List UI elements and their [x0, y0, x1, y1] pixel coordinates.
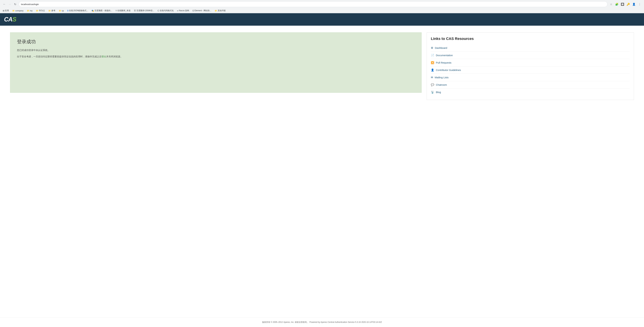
toolbar-icons: ☆ 🧩 🔲 🔑 👤 ⋮ — [609, 2, 642, 6]
success-title: 登录成功 — [17, 38, 415, 45]
bookmark-code-format-label: 在线代码格式化 — [160, 9, 174, 12]
success-line2-after: 并关闭浏览器。 — [106, 55, 123, 58]
bookmark-baidu-map[interactable]: 🎭 百度脑图 - 便捷的... — [90, 9, 114, 12]
extensions-icon[interactable]: 🧩 — [614, 2, 619, 6]
cas-app: CAS 登录成功 您已经成功登录中央认证系统。 出于安全考虑，一旦您访问过那些需… — [0, 13, 644, 327]
cas-logo: CAS — [4, 16, 16, 23]
folder-icon: 📁 — [215, 9, 217, 12]
contributor-link[interactable]: Contributor Guidelines — [436, 69, 461, 71]
list-item-blog: 📡 Blog — [431, 88, 630, 96]
link-icon: Y — [116, 9, 117, 12]
cas-footer: 版权所有 © 2005–2012 Apereo, Inc. 保留全部权利。 Po… — [0, 317, 644, 327]
list-item-dashboard: ⚙ Dashboard — [431, 44, 630, 52]
bookmark-youdao[interactable]: Y 在线翻译_有道 — [114, 9, 132, 12]
link-icon: E — [192, 9, 194, 12]
document-icon: 📄 — [431, 54, 434, 57]
address-bar[interactable] — [21, 3, 605, 5]
links-sidebar: Links to CAS Resources ⚙ Dashboard 📄 Doc… — [427, 32, 634, 100]
bookmark-huawei[interactable]: 📁 华为云 — [34, 9, 46, 12]
folder-icon: 📁 — [59, 9, 61, 12]
bookmark-code-format[interactable]: C 在线代码格式化 — [156, 9, 175, 12]
bookmark-company-label: company — [15, 9, 24, 12]
bookmark-my-label: my — [30, 9, 32, 12]
bookmark-baidu-trans-label: 百度翻译-200种语... — [136, 9, 154, 12]
list-item-pull-requests: 🔀 Pull Requests — [431, 59, 630, 66]
chat-icon: 💬 — [431, 83, 434, 86]
bookmark-element[interactable]: E Element - 网站快... — [191, 9, 213, 12]
link-icon: C — [158, 9, 159, 12]
link-icon: 🎭 — [92, 9, 94, 12]
success-line1: 您已经成功登录中央认证系统。 — [17, 48, 415, 52]
bookmark-baidu-map-label: 百度脑图 - 便捷的... — [94, 9, 112, 12]
links-list: ⚙ Dashboard 📄 Documentation 🔀 Pull Reque… — [431, 44, 630, 96]
bookmark-company[interactable]: 📁 company — [11, 9, 25, 12]
link-icon: 百 — [134, 9, 136, 12]
list-item-chatroom: 💬 Chatroom — [431, 81, 630, 88]
profile-icon[interactable]: 🔲 — [620, 2, 625, 6]
list-item-mailing: ✉ Mailing Lists — [431, 74, 630, 81]
reload-button[interactable]: ↻ — [13, 2, 18, 6]
key-icon[interactable]: 🔑 — [626, 2, 630, 6]
menu-icon[interactable]: ⋮ — [637, 2, 642, 6]
bookmark-other-label: 其他书签 — [218, 9, 226, 12]
success-line2-before: 出于安全考虑，一旦您访问过那些需要您提供凭证信息的应用时，请操作完成之后 — [17, 55, 102, 58]
bookmark-baidu-trans[interactable]: 百 百度翻译-200种语... — [132, 9, 156, 12]
bookmark-cp-label: cp — [62, 9, 64, 12]
bookmark-json[interactable]: B 在线JSON校验格式... — [66, 9, 90, 12]
bookmark-huawei-label: 华为云 — [39, 9, 45, 12]
logout-link[interactable]: 登出 — [102, 55, 106, 58]
bookmark-nacos-label: Nacos 架构 — [179, 9, 189, 12]
pull-request-icon: 🔀 — [431, 61, 434, 64]
link-icon: B — [67, 9, 68, 12]
bookmark-nacos[interactable]: ∞ Nacos 架构 — [176, 9, 191, 12]
pull-requests-link[interactable]: Pull Requests — [436, 61, 452, 64]
success-box: 登录成功 您已经成功登录中央认证系统。 出于安全考虑，一旦您访问过那些需要您提供… — [10, 32, 422, 93]
apps-icon: ⊞ — [3, 9, 4, 12]
gear-icon: ⚙ — [431, 46, 433, 49]
browser-chrome: ← → ↻ ☆ 🧩 🔲 🔑 👤 ⋮ ⊞ 应用 📁 company 📁 my — [0, 0, 644, 13]
dashboard-link[interactable]: Dashboard — [435, 46, 447, 49]
success-line2: 出于安全考虑，一旦您访问过那些需要您提供凭证信息的应用时，请操作完成之后登出并关… — [17, 55, 415, 58]
account-icon[interactable]: 👤 — [632, 2, 636, 6]
bookmark-my[interactable]: 📁 my — [26, 9, 34, 12]
back-button[interactable]: ← — [2, 2, 7, 6]
bookmark-other[interactable]: 📁 其他书签 — [213, 9, 227, 12]
list-item-contributor: 👤 Contributor Guidelines — [431, 66, 630, 74]
footer-text: 版权所有 © 2005–2012 Apereo, Inc. 保留全部权利。 Po… — [262, 321, 382, 323]
cas-header: CAS — [0, 13, 644, 26]
nav-buttons: ← → ↻ — [2, 2, 18, 6]
bookmark-json-label: 在线JSON校验格式... — [69, 9, 88, 12]
folder-icon: 📁 — [12, 9, 15, 12]
cas-main: 登录成功 您已经成功登录中央认证系统。 出于安全考虑，一旦您访问过那些需要您提供… — [0, 26, 644, 317]
folder-icon: 📁 — [27, 9, 29, 12]
rss-icon: 📡 — [431, 90, 434, 94]
folder-icon: 📁 — [36, 9, 38, 12]
mail-icon: ✉ — [431, 76, 433, 79]
blog-link[interactable]: Blog — [436, 91, 441, 94]
forward-button[interactable]: → — [8, 2, 12, 6]
bookmark-cp[interactable]: 📁 cp — [58, 9, 65, 12]
bookmark-apps[interactable]: ⊞ 应用 — [1, 9, 10, 12]
chatroom-link[interactable]: Chatroom — [436, 83, 447, 86]
list-item-documentation: 📄 Documentation — [431, 52, 630, 59]
star-icon[interactable]: ☆ — [609, 2, 614, 6]
link-icon: ∞ — [177, 9, 178, 12]
cas-logo-accent: S — [12, 16, 16, 23]
mailing-link[interactable]: Mailing Lists — [435, 76, 449, 79]
address-bar-container[interactable] — [19, 1, 608, 7]
browser-toolbar: ← → ↻ ☆ 🧩 🔲 🔑 👤 ⋮ — [0, 0, 644, 8]
bookmark-youdao-label: 在线翻译_有道 — [117, 9, 130, 12]
links-sidebar-title: Links to CAS Resources — [431, 36, 630, 41]
bookmark-element-label: Element - 网站快... — [194, 9, 211, 12]
documentation-link[interactable]: Documentation — [436, 54, 453, 57]
contributor-icon: 👤 — [431, 68, 434, 72]
folder-icon: 📁 — [48, 9, 51, 12]
bookmarks-bar: ⊞ 应用 📁 company 📁 my 📁 华为云 📁 参考 📁 cp B 在线… — [0, 8, 644, 13]
bookmark-ref-label: 参考 — [51, 9, 56, 12]
bookmark-apps-label: 应用 — [5, 9, 9, 12]
bookmark-ref[interactable]: 📁 参考 — [47, 9, 57, 12]
